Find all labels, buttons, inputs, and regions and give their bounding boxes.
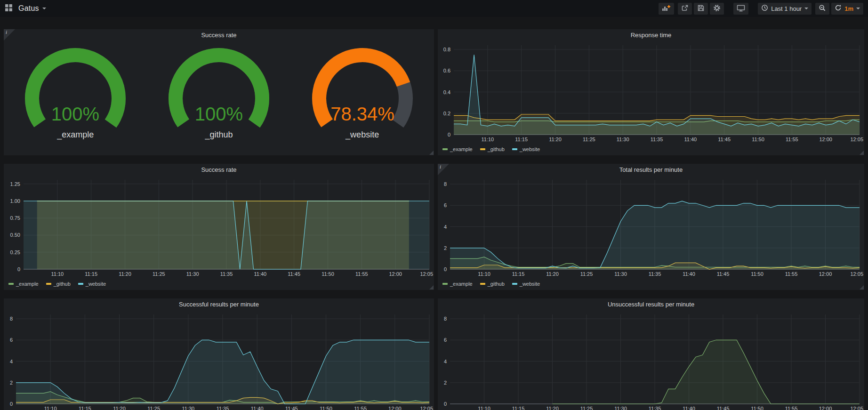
panel-resize-handle[interactable] — [860, 285, 864, 289]
refresh-button[interactable]: 1m — [831, 3, 863, 15]
settings-button[interactable] — [710, 3, 724, 15]
cycle-view-button[interactable] — [733, 3, 748, 15]
x-tick-label: 11:35 — [220, 271, 233, 277]
x-tick-label: 11:35 — [217, 406, 229, 410]
tv-monitor-icon — [737, 4, 745, 13]
legend-item-_website[interactable]: _website — [512, 281, 540, 287]
share-icon — [681, 4, 689, 13]
panel-title[interactable]: Unsuccessful results per minute — [438, 298, 864, 311]
y-tick-label: 0 — [444, 401, 447, 407]
y-tick-label: 4 — [444, 359, 447, 364]
gauge-_github: 100%_github — [148, 45, 289, 140]
x-tick-label: 12:05 — [420, 406, 433, 410]
legend-item-_github[interactable]: _github — [480, 146, 505, 152]
x-tick-label: 11:10 — [44, 406, 57, 410]
x-tick-label: 11:55 — [355, 271, 368, 277]
x-tick-label: 11:55 — [354, 406, 367, 410]
panel-resize-handle[interactable] — [429, 285, 434, 289]
x-tick-label: 11:15 — [85, 271, 97, 277]
x-tick-label: 11:55 — [786, 137, 798, 142]
legend-item-_example[interactable]: _example — [442, 281, 473, 287]
y-tick-label: 4 — [10, 359, 13, 364]
x-tick-label: 11:20 — [113, 406, 126, 410]
legend-item-_example[interactable]: _example — [442, 146, 473, 152]
panel-resize-handle[interactable] — [429, 151, 434, 155]
x-tick-label: 11:50 — [320, 406, 332, 410]
x-tick-label: 12:00 — [819, 271, 832, 277]
chart-canvas: 0246811:1011:1511:2011:2511:3011:3511:40… — [438, 311, 864, 410]
time-range-picker[interactable]: Last 1 hour — [758, 3, 812, 15]
x-tick-label: 11:50 — [751, 406, 764, 410]
x-tick-label: 11:35 — [649, 271, 661, 277]
legend-swatch — [480, 148, 485, 150]
x-tick-label: 11:30 — [617, 137, 629, 142]
legend-label: _website — [520, 146, 540, 152]
gauge-value: 78.34% — [330, 104, 394, 124]
chart-canvas: 00.250.500.751.001.2511:1011:1511:2011:2… — [4, 176, 434, 278]
add-panel-button[interactable] — [659, 3, 674, 15]
gauge-row: 100%_example100%_github78.34%_website — [4, 41, 434, 155]
legend: _example_github_website — [4, 278, 434, 290]
x-tick-label: 11:25 — [147, 406, 160, 410]
x-tick-label: 11:45 — [717, 406, 730, 410]
y-tick-label: 4 — [444, 224, 447, 230]
panel-info-icon[interactable]: i — [4, 29, 15, 40]
y-tick-label: 1.00 — [10, 198, 20, 204]
x-tick-label: 11:30 — [186, 271, 199, 277]
x-tick-label: 11:50 — [752, 137, 764, 142]
panel-response-time: Response time 00.20.40.60.811:1011:1511:… — [438, 29, 864, 155]
legend-swatch — [8, 283, 14, 285]
panel-info-icon[interactable]: i — [438, 164, 449, 175]
chart-response-time: 00.20.40.60.811:1011:1511:2011:2511:3011… — [438, 41, 864, 143]
panel-resize-handle[interactable] — [860, 151, 864, 155]
panel-title[interactable]: Success rate — [4, 164, 434, 176]
panel-unsuccessful-results-per-minute: Unsuccessful results per minute 0246811:… — [438, 298, 864, 410]
legend-item-_github[interactable]: _github — [46, 281, 71, 287]
save-floppy-icon — [697, 4, 705, 13]
legend-item-_website[interactable]: _website — [78, 281, 106, 287]
panel-title[interactable]: Success rate — [4, 29, 434, 41]
x-tick-label: 11:20 — [546, 406, 559, 410]
x-tick-label: 11:40 — [683, 406, 695, 410]
zoom-out-button[interactable] — [815, 3, 829, 15]
y-tick-label: 0.4 — [443, 89, 450, 95]
legend-swatch — [442, 148, 448, 150]
x-tick-label: 12:00 — [389, 271, 402, 277]
dashboard-title-dropdown[interactable]: Gatus — [18, 4, 46, 13]
x-tick-label: 12:05 — [420, 271, 433, 277]
legend-item-_website[interactable]: _website — [512, 146, 540, 152]
chart-canvas: 0246811:1011:1511:2011:2511:3011:3511:40… — [438, 176, 864, 278]
x-tick-label: 11:40 — [254, 271, 266, 277]
x-tick-label: 11:20 — [546, 271, 559, 277]
panel-title[interactable]: Response time — [438, 29, 864, 41]
zoom-out-magnifier-icon — [819, 4, 826, 13]
y-tick-label: 0.25 — [10, 249, 20, 255]
apps-grid-icon-button[interactable] — [4, 3, 14, 14]
x-tick-label: 11:10 — [51, 271, 64, 277]
x-tick-label: 11:25 — [583, 137, 595, 142]
x-tick-label: 11:55 — [785, 406, 798, 410]
chart-unsuccessful-results: 0246811:1011:1511:2011:2511:3011:3511:40… — [438, 311, 864, 410]
y-tick-label: 0 — [444, 266, 447, 272]
panel-title[interactable]: Total results per minute — [438, 164, 864, 176]
panel-title[interactable]: Successful results per minute — [4, 298, 434, 311]
gauge-_website: 78.34%_website — [292, 45, 433, 140]
x-tick-label: 11:45 — [285, 406, 298, 410]
info-letter: i — [440, 164, 441, 169]
navbar-right: Last 1 hour 1m — [659, 3, 863, 15]
legend-label: _github — [488, 281, 505, 287]
gauge-value: 100% — [195, 104, 243, 124]
x-tick-label: 11:15 — [512, 271, 525, 277]
share-button[interactable] — [678, 3, 692, 15]
y-tick-label: 2 — [10, 380, 13, 386]
legend-item-_github[interactable]: _github — [480, 281, 505, 287]
legend-item-_example[interactable]: _example — [8, 281, 39, 287]
panel-total-results-per-minute: i Total results per minute 0246811:1011:… — [438, 164, 864, 290]
gauge-value: 100% — [51, 104, 99, 124]
y-tick-label: 0.6 — [443, 68, 450, 73]
x-tick-label: 11:45 — [288, 271, 300, 277]
dashboard-grid: i Success rate 100%_example100%_github78… — [0, 17, 868, 410]
legend-label: _website — [86, 281, 106, 287]
save-button[interactable] — [694, 3, 708, 15]
x-tick-label: 12:05 — [850, 406, 863, 410]
